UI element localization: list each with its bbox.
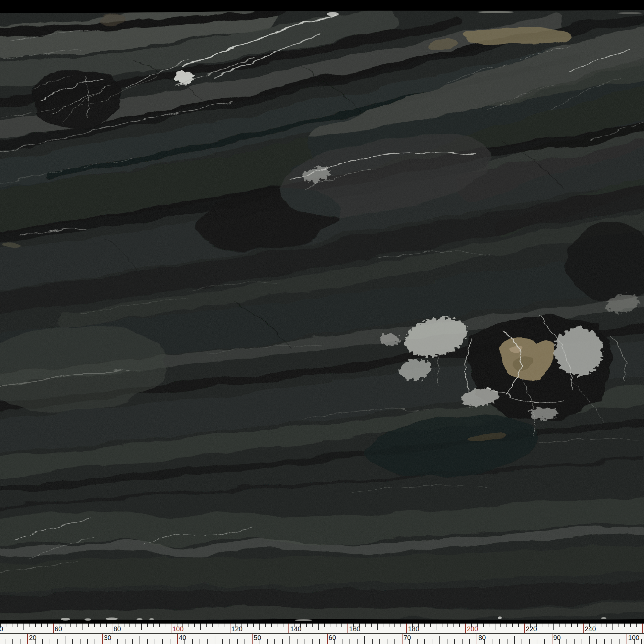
ruler-tick <box>559 624 560 627</box>
ruler-tick <box>319 639 320 644</box>
ruler-tick <box>222 639 223 644</box>
ruler-tick <box>492 639 492 644</box>
ruler-tick <box>194 624 195 627</box>
ruler-tick <box>371 624 372 627</box>
ruler-tick <box>372 639 373 644</box>
ruler-tick <box>606 624 607 627</box>
texture-shape <box>498 616 502 619</box>
ruler-tick <box>283 624 283 627</box>
ruler-tick <box>619 639 620 644</box>
ruler-tick <box>432 639 432 644</box>
ruler-label: 60 <box>55 626 62 633</box>
ruler-tick <box>500 624 501 627</box>
ruler-tick <box>324 624 325 627</box>
ruler-tick <box>312 639 313 644</box>
ruler-tick <box>341 624 342 627</box>
ruler-tick <box>537 639 537 644</box>
ruler-tick <box>514 636 515 644</box>
ruler-tick <box>170 639 170 644</box>
ruler-label: 140 <box>290 626 301 633</box>
ruler-tick <box>454 639 455 644</box>
ruler-tick <box>336 624 336 627</box>
ruler-tick <box>424 624 425 627</box>
ruler-label: 90 <box>553 634 561 641</box>
ruler-label: 70 <box>404 634 411 641</box>
ruler-tick <box>237 639 238 644</box>
ruler-label: 20 <box>29 634 36 641</box>
ruler-tick <box>147 624 148 627</box>
ruler-major-tick <box>477 634 477 644</box>
ruler-major-tick <box>171 624 171 633</box>
ruler-tick <box>624 624 625 627</box>
ruler-major-tick <box>327 634 328 644</box>
ruler-tick <box>548 624 548 627</box>
ruler-tick <box>65 636 65 644</box>
ruler-tick <box>364 636 365 644</box>
ruler-tick <box>424 639 425 644</box>
ruler-tick <box>289 636 290 644</box>
ruler-tick <box>495 624 495 630</box>
ruler-tick <box>30 624 30 627</box>
ruler-tick <box>577 624 578 627</box>
ruler-label: 60 <box>329 634 336 641</box>
ruler-tick <box>379 639 380 644</box>
ruler-major-tick <box>402 634 402 644</box>
ruler-tick <box>23 624 24 630</box>
ruler-label: 120 <box>231 626 243 633</box>
ruler-tick <box>274 639 275 644</box>
ruler-tick <box>200 624 201 630</box>
ruler-tick <box>267 639 268 644</box>
ruler-label: 160 <box>349 626 360 633</box>
ruler-tick <box>207 639 208 644</box>
ruler-major-tick <box>406 624 407 633</box>
ruler-tick <box>318 624 319 630</box>
ruler-tick <box>522 639 522 644</box>
ruler-tick <box>282 639 283 644</box>
ruler-tick <box>76 624 77 627</box>
ruler-tick <box>604 639 605 644</box>
ruler-major-tick <box>53 624 54 633</box>
ruler-tick <box>506 624 507 627</box>
ruler-tick <box>206 624 207 627</box>
ruler-tick <box>140 636 140 644</box>
ruler-tick <box>95 639 95 644</box>
texture-shape <box>106 618 118 620</box>
ruler-tick <box>247 624 248 627</box>
ruler-label: 220 <box>526 626 537 633</box>
ruler-tick <box>5 639 5 644</box>
ruler-tick <box>215 636 215 644</box>
ruler-tick <box>641 639 642 644</box>
ruler-tick <box>542 624 542 627</box>
ruler-tick <box>389 624 389 627</box>
ruler-tick <box>377 624 378 630</box>
ruler-tick <box>342 639 342 644</box>
texture-shape <box>601 617 606 619</box>
ruler-major-tick <box>552 634 552 644</box>
ruler-tick <box>383 624 383 627</box>
ruler-tick <box>529 639 530 644</box>
ruler-tick <box>447 624 448 627</box>
ruler-tick <box>83 624 83 630</box>
ruler-major-tick <box>177 634 178 644</box>
ruler-major-tick <box>27 634 28 644</box>
texture-shape <box>61 618 70 621</box>
ruler-tick <box>589 636 590 644</box>
ruler-tick <box>124 624 124 627</box>
ruler-major-tick <box>524 624 525 633</box>
ruler-tick <box>117 639 118 644</box>
ruler-label: 40 <box>179 634 186 641</box>
ruler-tick <box>35 624 36 627</box>
ruler-tick <box>507 639 507 644</box>
ruler-tick <box>87 639 88 644</box>
ruler-tick <box>70 624 71 627</box>
ruler-tick <box>469 639 470 644</box>
ruler-tick <box>462 639 463 644</box>
ruler-tick <box>512 624 513 627</box>
ruler-tick <box>567 639 567 644</box>
ruler-tick <box>350 639 350 644</box>
ruler-tick <box>159 624 160 627</box>
ruler-tick <box>212 624 213 627</box>
ruler-tick <box>271 624 272 627</box>
ruler-tick <box>224 624 224 627</box>
ruler-tick <box>50 639 50 644</box>
